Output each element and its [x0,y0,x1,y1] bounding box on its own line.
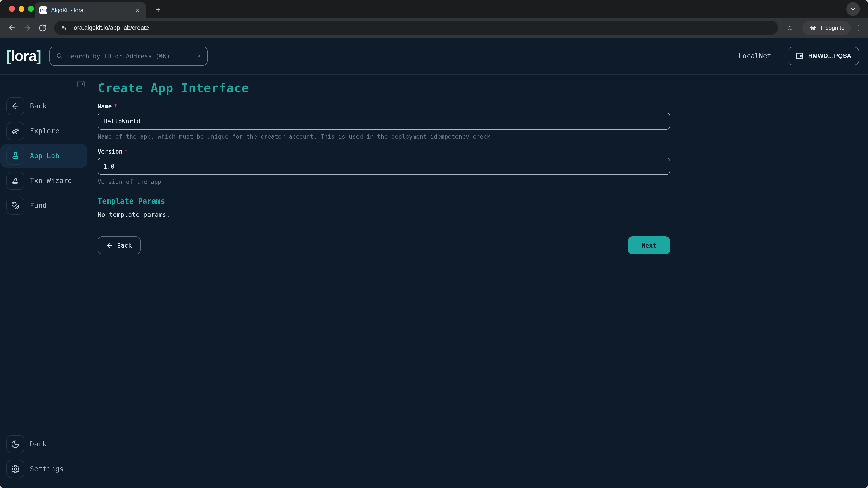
close-window-button[interactable] [9,6,15,12]
browser-window: [ak] AlgoKit - lora ✕ + [0,0,868,488]
url-text: lora.algokit.io/app-lab/create [72,24,149,31]
browser-toolbar: lora.algokit.io/app-lab/create ☆ Incogni… [0,18,868,37]
lora-app: [lora] Search by ID or Address (⌘K) ✕ Lo… [0,37,868,488]
theme-label: Dark [30,440,47,448]
coins-icon [6,197,24,215]
window-controls[interactable] [9,6,34,12]
sidebar-item-explore[interactable]: Explore [0,119,90,143]
required-asterisk: * [114,103,117,110]
search-clear-icon[interactable]: ✕ [197,53,200,59]
sidebar-footer: Dark Settings [0,432,90,488]
name-field[interactable] [98,112,670,130]
zoom-window-button[interactable] [28,6,34,12]
incognito-label: Incognito [820,24,844,31]
browser-menu-icon[interactable]: ⋮ [854,24,863,32]
url-bar[interactable]: lora.algokit.io/app-lab/create [54,21,778,35]
lora-logo[interactable]: [lora] [6,47,41,64]
name-field-label: Name* [98,103,670,110]
browser-tab[interactable]: [ak] AlgoKit - lora ✕ [35,2,146,18]
page-title: Create App Interface [98,81,868,95]
version-field-label: Version* [98,148,670,155]
wallet-icon [795,52,804,60]
template-params-heading: Template Params [98,197,670,205]
back-icon[interactable] [5,22,18,34]
required-asterisk: * [124,148,128,155]
sidebar-nav: Back Explore [0,94,90,217]
tab-strip: [ak] AlgoKit - lora ✕ + [0,0,868,18]
sidebar: Back Explore [0,74,90,488]
flask-icon [6,147,24,165]
create-app-form: Name* Name of the app, which must be uni… [98,103,670,254]
tab-title: AlgoKit - lora [51,7,130,13]
sidebar-collapse-icon[interactable] [76,79,86,89]
theme-toggle-dark[interactable]: Dark [0,432,90,456]
app-body: Back Explore [0,74,868,488]
sidebar-item-label: App Lab [30,152,59,160]
version-field[interactable] [98,158,670,175]
gear-icon [6,460,24,478]
search-icon [56,53,63,59]
telescope-icon [6,122,24,140]
version-field-helper: Version of the app [98,178,670,185]
sidebar-item-fund[interactable]: Fund [0,194,90,217]
wallet-address: HMWD…PQSA [808,53,851,59]
sidebar-item-label: Explore [30,127,59,135]
name-field-helper: Name of the app, which must be unique fo… [98,133,670,140]
app-header: [lora] Search by ID or Address (⌘K) ✕ Lo… [0,37,868,74]
back-button-label: Back [117,242,132,249]
search-input[interactable]: Search by ID or Address (⌘K) ✕ [49,46,207,65]
tab-close-icon[interactable]: ✕ [133,6,142,14]
moon-icon [6,435,24,453]
network-label: LocalNet [739,52,771,60]
tab-search-chevron-icon[interactable] [846,2,860,16]
sidebar-item-app-lab[interactable]: App Lab [0,144,90,168]
arrow-left-icon [106,242,113,249]
back-button[interactable]: Back [98,236,141,254]
bookmark-star-icon[interactable]: ☆ [783,22,796,34]
search-placeholder: Search by ID or Address (⌘K) [67,52,192,59]
sidebar-item-label: Back [30,102,47,110]
forward-icon[interactable] [21,22,33,34]
form-actions: Back Next [98,236,670,254]
wallet-button[interactable]: HMWD…PQSA [787,47,859,65]
reload-icon[interactable] [36,22,49,34]
main-content: Create App Interface Name* Name of the a… [90,74,868,488]
site-info-icon[interactable] [61,24,68,31]
tab-favicon: [ak] [39,6,48,14]
settings-label: Settings [30,465,64,473]
sidebar-item-label: Txn Wizard [30,177,72,185]
incognito-badge: Incognito [802,21,851,35]
wizard-hat-icon [6,172,24,190]
minimize-window-button[interactable] [19,6,24,12]
sidebar-item-back[interactable]: Back [0,94,90,118]
arrow-left-icon [6,97,24,115]
new-tab-button[interactable]: + [153,4,164,15]
sidebar-item-label: Fund [30,201,47,210]
screen: [ak] AlgoKit - lora ✕ + [0,0,868,488]
next-button[interactable]: Next [628,236,670,254]
template-params-empty-text: No template params. [98,211,670,218]
sidebar-item-txn-wizard[interactable]: Txn Wizard [0,169,90,193]
sidebar-item-settings[interactable]: Settings [0,457,90,481]
